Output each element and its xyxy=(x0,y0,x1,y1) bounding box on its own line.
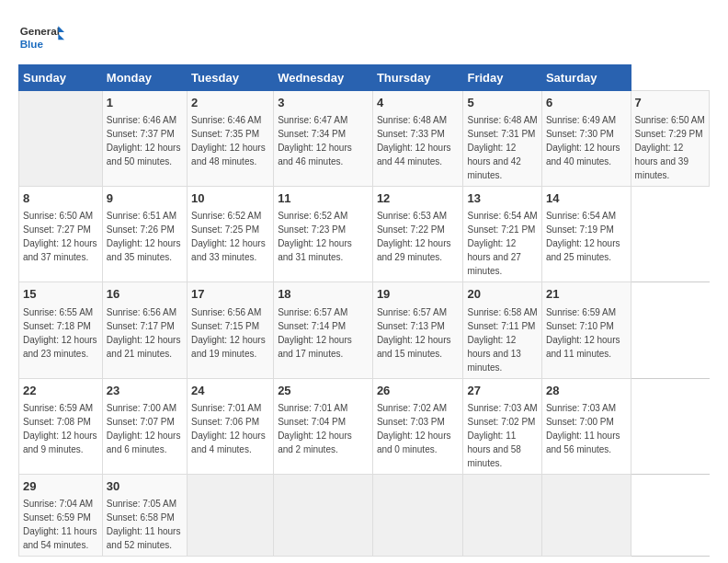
day-number: 3 xyxy=(278,95,369,111)
day-number: 21 xyxy=(546,286,627,303)
calendar-cell: 3Sunrise: 6:47 AMSunset: 7:34 PMDaylight… xyxy=(274,91,373,187)
calendar-cell: 14Sunrise: 6:54 AMSunset: 7:19 PMDayligh… xyxy=(541,187,631,282)
day-number: 12 xyxy=(377,190,460,207)
cell-content: Sunrise: 6:56 AMSunset: 7:17 PMDaylight:… xyxy=(107,307,181,359)
calendar-cell: 16Sunrise: 6:56 AMSunset: 7:17 PMDayligh… xyxy=(102,282,187,378)
cell-content: Sunrise: 6:46 AMSunset: 7:37 PMDaylight:… xyxy=(107,115,181,167)
cell-content: Sunrise: 7:04 AMSunset: 6:59 PMDaylight:… xyxy=(23,499,97,550)
calendar-cell: 15Sunrise: 6:55 AMSunset: 7:18 PMDayligh… xyxy=(19,282,103,378)
day-number: 26 xyxy=(377,383,460,399)
day-number: 9 xyxy=(107,190,183,207)
calendar-table: SundayMondayTuesdayWednesdayThursdayFrid… xyxy=(18,64,710,557)
cell-content: Sunrise: 6:48 AMSunset: 7:33 PMDaylight:… xyxy=(377,115,451,167)
col-header-monday: Monday xyxy=(102,65,187,91)
day-number: 20 xyxy=(467,286,537,303)
day-number: 30 xyxy=(107,478,183,495)
day-number: 6 xyxy=(546,95,627,111)
calendar-cell: 8Sunrise: 6:50 AMSunset: 7:27 PMDaylight… xyxy=(19,187,103,282)
cell-content: Sunrise: 6:47 AMSunset: 7:34 PMDaylight:… xyxy=(278,115,352,167)
logo: General Blue xyxy=(18,18,68,55)
day-number: 5 xyxy=(467,95,537,111)
calendar-cell: 29Sunrise: 7:04 AMSunset: 6:59 PMDayligh… xyxy=(19,474,103,556)
calendar-cell: 13Sunrise: 6:54 AMSunset: 7:21 PMDayligh… xyxy=(463,187,541,282)
calendar-cell xyxy=(541,474,631,556)
calendar-cell xyxy=(19,91,103,187)
day-number: 4 xyxy=(377,95,460,111)
day-number: 23 xyxy=(107,383,183,399)
svg-text:Blue: Blue xyxy=(20,38,44,50)
calendar-cell: 20Sunrise: 6:58 AMSunset: 7:11 PMDayligh… xyxy=(463,282,541,378)
calendar-cell: 18Sunrise: 6:57 AMSunset: 7:14 PMDayligh… xyxy=(274,282,373,378)
day-number: 22 xyxy=(23,383,98,399)
day-number: 11 xyxy=(278,190,369,207)
col-header-thursday: Thursday xyxy=(372,65,463,91)
cell-content: Sunrise: 7:01 AMSunset: 7:06 PMDaylight:… xyxy=(191,403,266,454)
day-number: 15 xyxy=(23,286,98,303)
calendar-cell: 2Sunrise: 6:46 AMSunset: 7:35 PMDaylight… xyxy=(188,91,274,187)
calendar-cell: 30Sunrise: 7:05 AMSunset: 6:58 PMDayligh… xyxy=(102,474,187,556)
calendar-cell: 24Sunrise: 7:01 AMSunset: 7:06 PMDayligh… xyxy=(188,378,274,474)
calendar-cell: 7Sunrise: 6:50 AMSunset: 7:29 PMDaylight… xyxy=(631,91,709,187)
calendar-cell: 21Sunrise: 6:59 AMSunset: 7:10 PMDayligh… xyxy=(541,282,631,378)
day-number: 28 xyxy=(546,383,627,399)
calendar-cell: 17Sunrise: 6:56 AMSunset: 7:15 PMDayligh… xyxy=(188,282,274,378)
cell-content: Sunrise: 7:02 AMSunset: 7:03 PMDaylight:… xyxy=(377,403,451,454)
cell-content: Sunrise: 6:57 AMSunset: 7:13 PMDaylight:… xyxy=(377,307,451,359)
week-row-4: 22Sunrise: 6:59 AMSunset: 7:08 PMDayligh… xyxy=(19,378,710,474)
cell-content: Sunrise: 6:55 AMSunset: 7:18 PMDaylight:… xyxy=(23,307,97,359)
day-number: 17 xyxy=(191,286,269,303)
col-header-wednesday: Wednesday xyxy=(274,65,373,91)
cell-content: Sunrise: 6:52 AMSunset: 7:25 PMDaylight:… xyxy=(191,211,266,262)
day-number: 8 xyxy=(23,190,98,207)
calendar-cell: 12Sunrise: 6:53 AMSunset: 7:22 PMDayligh… xyxy=(372,187,463,282)
cell-content: Sunrise: 7:03 AMSunset: 7:02 PMDaylight:… xyxy=(467,403,537,468)
cell-content: Sunrise: 6:48 AMSunset: 7:31 PMDaylight:… xyxy=(467,115,537,180)
calendar-cell: 9Sunrise: 6:51 AMSunset: 7:26 PMDaylight… xyxy=(102,187,187,282)
cell-content: Sunrise: 6:53 AMSunset: 7:22 PMDaylight:… xyxy=(377,211,451,262)
calendar-cell: 6Sunrise: 6:49 AMSunset: 7:30 PMDaylight… xyxy=(541,91,631,187)
week-row-5: 29Sunrise: 7:04 AMSunset: 6:59 PMDayligh… xyxy=(19,474,710,556)
cell-content: Sunrise: 6:59 AMSunset: 7:10 PMDaylight:… xyxy=(546,307,620,359)
day-number: 14 xyxy=(546,190,627,207)
calendar-cell xyxy=(463,474,541,556)
cell-content: Sunrise: 7:00 AMSunset: 7:07 PMDaylight:… xyxy=(107,403,181,454)
cell-content: Sunrise: 7:05 AMSunset: 6:58 PMDaylight:… xyxy=(107,499,181,550)
col-header-sunday: Sunday xyxy=(19,65,103,91)
cell-content: Sunrise: 6:58 AMSunset: 7:11 PMDaylight:… xyxy=(467,307,537,373)
calendar-cell: 23Sunrise: 7:00 AMSunset: 7:07 PMDayligh… xyxy=(102,378,187,474)
cell-content: Sunrise: 6:54 AMSunset: 7:19 PMDaylight:… xyxy=(546,211,620,262)
col-header-tuesday: Tuesday xyxy=(188,65,274,91)
week-row-3: 15Sunrise: 6:55 AMSunset: 7:18 PMDayligh… xyxy=(19,282,710,378)
day-number: 7 xyxy=(635,95,705,111)
svg-text:General: General xyxy=(20,25,60,37)
day-number: 27 xyxy=(467,383,537,399)
calendar-cell xyxy=(274,474,373,556)
page-header: General Blue xyxy=(18,18,710,55)
calendar-cell: 28Sunrise: 7:03 AMSunset: 7:00 PMDayligh… xyxy=(541,378,631,474)
header-row: SundayMondayTuesdayWednesdayThursdayFrid… xyxy=(19,65,710,91)
calendar-cell: 27Sunrise: 7:03 AMSunset: 7:02 PMDayligh… xyxy=(463,378,541,474)
cell-content: Sunrise: 6:54 AMSunset: 7:21 PMDaylight:… xyxy=(467,211,537,276)
week-row-1: 1Sunrise: 6:46 AMSunset: 7:37 PMDaylight… xyxy=(19,91,710,187)
cell-content: Sunrise: 6:52 AMSunset: 7:23 PMDaylight:… xyxy=(278,211,352,262)
calendar-cell xyxy=(372,474,463,556)
cell-content: Sunrise: 7:01 AMSunset: 7:04 PMDaylight:… xyxy=(278,403,352,454)
cell-content: Sunrise: 6:59 AMSunset: 7:08 PMDaylight:… xyxy=(23,403,97,454)
calendar-cell xyxy=(188,474,274,556)
cell-content: Sunrise: 7:03 AMSunset: 7:00 PMDaylight:… xyxy=(546,403,620,454)
day-number: 10 xyxy=(191,190,269,207)
day-number: 24 xyxy=(191,383,269,399)
day-number: 2 xyxy=(191,95,269,111)
cell-content: Sunrise: 6:51 AMSunset: 7:26 PMDaylight:… xyxy=(107,211,181,262)
calendar-cell: 25Sunrise: 7:01 AMSunset: 7:04 PMDayligh… xyxy=(274,378,373,474)
calendar-cell: 26Sunrise: 7:02 AMSunset: 7:03 PMDayligh… xyxy=(372,378,463,474)
cell-content: Sunrise: 6:57 AMSunset: 7:14 PMDaylight:… xyxy=(278,307,352,359)
day-number: 1 xyxy=(107,95,183,111)
cell-content: Sunrise: 6:50 AMSunset: 7:29 PMDaylight:… xyxy=(635,115,705,180)
week-row-2: 8Sunrise: 6:50 AMSunset: 7:27 PMDaylight… xyxy=(19,187,710,282)
day-number: 16 xyxy=(107,286,183,303)
calendar-cell: 19Sunrise: 6:57 AMSunset: 7:13 PMDayligh… xyxy=(372,282,463,378)
day-number: 18 xyxy=(278,286,369,303)
calendar-cell: 4Sunrise: 6:48 AMSunset: 7:33 PMDaylight… xyxy=(372,91,463,187)
cell-content: Sunrise: 6:56 AMSunset: 7:15 PMDaylight:… xyxy=(191,307,266,359)
